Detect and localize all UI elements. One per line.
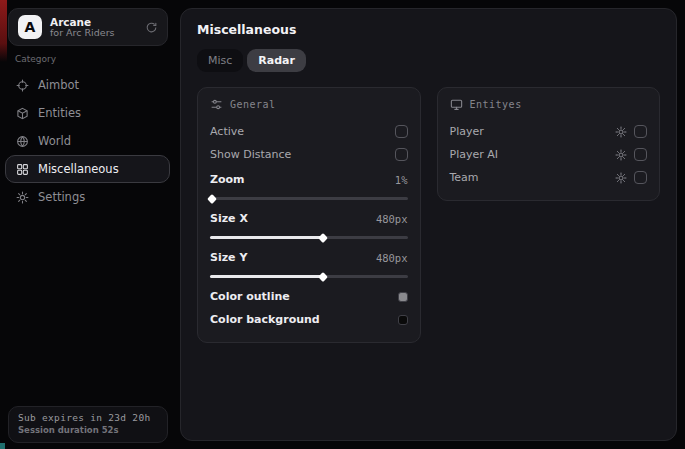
- page-title: Miscellaneous: [197, 22, 660, 37]
- row-team: Team: [450, 167, 648, 188]
- size-y-label: Size Y: [210, 251, 247, 264]
- color-background-label: Color background: [210, 313, 320, 326]
- sync-icon[interactable]: [145, 21, 158, 34]
- size-y-slider-handle[interactable]: [318, 272, 328, 282]
- crosshair-icon: [15, 79, 29, 92]
- zoom-label: Zoom: [210, 173, 245, 186]
- entities-panel-title: Entityes: [470, 99, 522, 110]
- main-panel: Miscellaneous Misc Radar General Active …: [180, 8, 677, 441]
- subscription-card: Sub expires in 23d 20h Session duration …: [8, 406, 168, 443]
- row-size-y: Size Y 480px: [210, 245, 408, 284]
- row-color-outline: Color outline: [210, 286, 408, 307]
- size-x-value: 480px: [376, 213, 408, 225]
- team-checkbox[interactable]: [634, 171, 647, 184]
- row-active: Active: [210, 121, 408, 142]
- sidebar-item-settings[interactable]: Settings: [5, 183, 170, 211]
- app-title: Arcane: [50, 16, 137, 28]
- tab-radar[interactable]: Radar: [247, 49, 306, 72]
- active-checkbox[interactable]: [395, 125, 408, 138]
- sidebar-item-label: Miscellaneous: [38, 162, 119, 176]
- active-label: Active: [210, 125, 244, 138]
- player-ai-checkbox[interactable]: [634, 148, 647, 161]
- size-y-value: 480px: [376, 252, 408, 264]
- tab-misc[interactable]: Misc: [197, 49, 243, 72]
- row-show-distance: Show Distance: [210, 144, 408, 165]
- general-panel-title: General: [230, 99, 276, 110]
- player-checkbox[interactable]: [634, 125, 647, 138]
- gear-icon: [15, 191, 29, 204]
- sidebar-item-label: World: [38, 134, 71, 148]
- app-subtitle: for Arc Riders: [50, 28, 137, 39]
- row-size-x: Size X 480px: [210, 206, 408, 245]
- zoom-value: 1%: [395, 174, 408, 186]
- color-background-swatch[interactable]: [398, 315, 408, 325]
- sub-expires-text: Sub expires in 23d 20h: [18, 412, 158, 423]
- sidebar-item-aimbot[interactable]: Aimbot: [5, 71, 170, 99]
- row-zoom: Zoom 1%: [210, 167, 408, 206]
- sidebar-nav: Aimbot Entities World Miscellaneo: [5, 71, 170, 211]
- sidebar-item-label: Settings: [38, 190, 85, 204]
- zoom-slider-handle[interactable]: [207, 194, 217, 204]
- row-color-background: Color background: [210, 309, 408, 330]
- row-player: Player: [450, 121, 648, 142]
- team-label: Team: [450, 171, 479, 184]
- size-y-slider[interactable]: [210, 275, 408, 278]
- sliders-icon: [210, 98, 223, 111]
- player-ai-label: Player AI: [450, 148, 499, 161]
- size-x-slider-handle[interactable]: [318, 233, 328, 243]
- color-outline-swatch[interactable]: [398, 292, 408, 302]
- row-player-ai: Player AI: [450, 144, 648, 165]
- team-gear-icon[interactable]: [615, 172, 627, 184]
- size-x-slider[interactable]: [210, 236, 408, 239]
- show-distance-checkbox[interactable]: [395, 148, 408, 161]
- sidebar-item-label: Entities: [38, 106, 81, 120]
- sidebar-item-miscellaneous[interactable]: Miscellaneous: [5, 155, 170, 183]
- session-duration-text: Session duration 52s: [18, 425, 158, 435]
- general-panel: General Active Show Distance Zoom 1%: [197, 87, 421, 343]
- show-distance-label: Show Distance: [210, 148, 291, 161]
- sidebar-item-entities[interactable]: Entities: [5, 99, 170, 127]
- globe-icon: [15, 135, 29, 148]
- sidebar: A Arcane for Arc Riders Category Aimbot: [0, 0, 180, 449]
- category-label: Category: [15, 54, 56, 64]
- entities-icon: [15, 107, 29, 120]
- player-gear-icon[interactable]: [615, 126, 627, 138]
- size-x-label: Size X: [210, 212, 248, 225]
- app-header-card: A Arcane for Arc Riders: [8, 8, 168, 46]
- sidebar-item-label: Aimbot: [38, 78, 79, 92]
- sidebar-item-world[interactable]: World: [5, 127, 170, 155]
- player-ai-gear-icon[interactable]: [615, 149, 627, 161]
- color-outline-label: Color outline: [210, 290, 290, 303]
- entities-panel: Entityes Player Player AI: [437, 87, 661, 201]
- tab-bar: Misc Radar: [197, 49, 660, 72]
- monitor-icon: [450, 98, 463, 111]
- app-logo: A: [18, 15, 42, 39]
- app-logo-letter: A: [25, 19, 36, 35]
- zoom-slider[interactable]: [210, 197, 408, 200]
- grid-icon: [15, 163, 29, 176]
- player-label: Player: [450, 125, 484, 138]
